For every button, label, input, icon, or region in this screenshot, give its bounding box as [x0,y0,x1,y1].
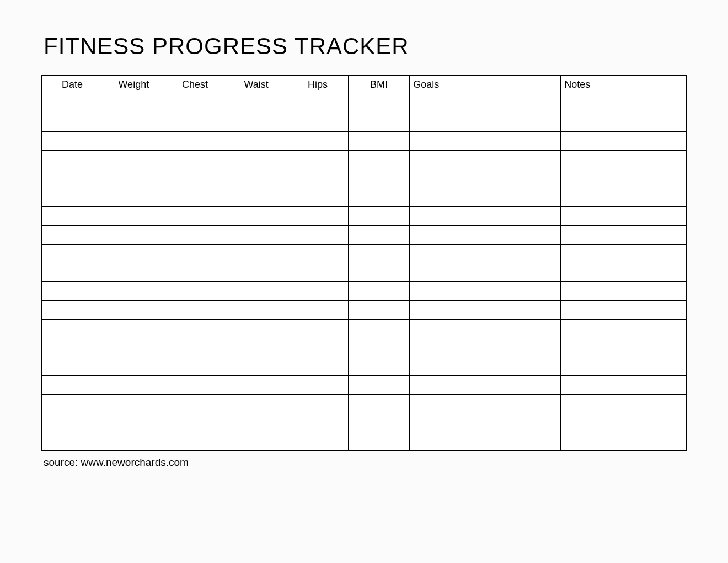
table-cell [226,226,287,245]
table-cell [287,395,348,413]
table-cell [561,245,687,263]
table-cell [42,395,103,413]
table-cell [226,94,287,113]
table-row [42,301,687,320]
table-cell [287,207,348,226]
table-cell [410,245,561,263]
table-cell [42,113,103,132]
table-cell [103,263,164,282]
table-cell [164,432,226,451]
table-cell [349,169,410,188]
table-cell [561,413,687,432]
table-cell [287,376,348,395]
table-cell [103,113,164,132]
table-cell [287,169,348,188]
table-cell [561,301,687,320]
table-cell [349,376,410,395]
table-cell [561,207,687,226]
table-row [42,94,687,113]
table-cell [349,226,410,245]
header-goals: Goals [410,76,561,94]
table-row [42,188,687,207]
table-cell [410,94,561,113]
table-cell [103,132,164,151]
header-chest: Chest [164,76,226,94]
table-cell [410,301,561,320]
table-cell [349,263,410,282]
table-cell [561,169,687,188]
table-row [42,245,687,263]
table-cell [103,226,164,245]
table-cell [349,188,410,207]
table-cell [287,113,348,132]
table-cell [164,151,226,169]
table-cell [103,301,164,320]
table-cell [287,320,348,338]
table-row [42,263,687,282]
table-cell [164,188,226,207]
table-cell [226,413,287,432]
table-cell [164,282,226,301]
table-row [42,395,687,413]
table-cell [349,395,410,413]
table-cell [349,320,410,338]
table-cell [561,338,687,357]
page-title: FITNESS PROGRESS TRACKER [44,33,687,60]
table-cell [410,432,561,451]
table-cell [561,395,687,413]
table-cell [561,132,687,151]
table-cell [287,432,348,451]
table-cell [561,432,687,451]
table-cell [164,376,226,395]
table-cell [42,169,103,188]
table-cell [103,413,164,432]
table-cell [349,113,410,132]
table-cell [42,226,103,245]
table-cell [226,432,287,451]
table-cell [410,188,561,207]
table-cell [226,263,287,282]
table-cell [349,151,410,169]
table-cell [287,188,348,207]
table-cell [226,207,287,226]
table-cell [103,320,164,338]
table-cell [164,301,226,320]
table-cell [561,94,687,113]
table-cell [287,94,348,113]
table-cell [164,320,226,338]
table-cell [103,395,164,413]
table-cell [410,357,561,376]
table-cell [349,282,410,301]
table-cell [164,357,226,376]
source-text: source: www.neworchards.com [44,456,687,469]
table-cell [561,376,687,395]
table-row [42,113,687,132]
table-cell [42,376,103,395]
table-cell [42,301,103,320]
table-cell [42,413,103,432]
table-cell [103,207,164,226]
table-cell [410,132,561,151]
table-cell [164,263,226,282]
table-row [42,320,687,338]
table-cell [349,413,410,432]
table-cell [287,357,348,376]
table-cell [349,357,410,376]
table-cell [164,132,226,151]
table-cell [226,282,287,301]
table-cell [164,413,226,432]
table-cell [226,357,287,376]
table-cell [226,395,287,413]
table-cell [42,282,103,301]
table-cell [42,432,103,451]
table-cell [287,338,348,357]
table-cell [42,94,103,113]
header-waist: Waist [226,76,287,94]
table-cell [103,432,164,451]
table-cell [164,226,226,245]
table-cell [42,151,103,169]
table-cell [287,413,348,432]
table-cell [349,207,410,226]
table-cell [287,245,348,263]
table-cell [42,338,103,357]
